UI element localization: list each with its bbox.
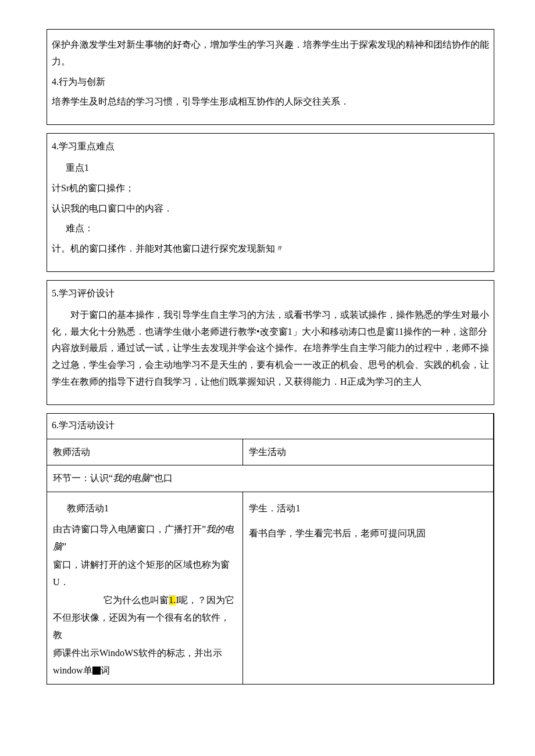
stage-row: 环节一：认识“我的电脑”也口 — [47, 465, 493, 492]
text: 词 — [101, 665, 110, 675]
text-line: 不但形状像，还因为有一个很有名的软件，教 — [53, 609, 237, 644]
column-header-student: 学生活动 — [243, 439, 493, 465]
paragraph: 对于窗口的基本操作，我引导学生自主学习的方法，或看书学习，或装试操作，操作熟悉的… — [52, 307, 489, 390]
student-activity-label: 学生．活动1 — [249, 500, 487, 517]
paragraph: 认识我的电口窗口中的内容． — [52, 200, 489, 217]
stage-title: 环节一：认识“我的电脑”也口 — [47, 465, 493, 492]
subheading: 4.行为与创新 — [52, 74, 489, 91]
column-header-teacher: 教师活动 — [47, 439, 243, 465]
text-line: 它为什么也叫窗1.I呢，？因为它 — [53, 592, 237, 609]
section-evaluation-design: 5.学习评价设计 对于窗口的基本操作，我引导学生自主学习的方法，或看书学习，或装… — [47, 280, 494, 405]
text: ” — [62, 542, 66, 551]
text: 由古诗窗口导入电陋窗口，广播打开” — [53, 524, 206, 534]
section-behavior-innovation: 保护弁激发学生对新生事物的好奇心，增加学生的学习兴趣．培养学生出于探索发现的精神… — [47, 29, 494, 125]
section-key-difficult-points: 4.学习重点难点 重点1 计Sr机的窗口操作； 认识我的电口窗口中的内容． 难点… — [47, 133, 494, 272]
text-line: window单词 — [53, 662, 237, 679]
text: 环节一：认识“ — [53, 473, 113, 483]
section-heading: 5.学习评价设计 — [52, 285, 489, 302]
section-heading: 6.学习活动设计 — [47, 414, 493, 439]
text: window单 — [53, 665, 92, 675]
text-line: 由古诗窗口导入电陋窗口，广播打开”我的电脑” — [53, 521, 237, 556]
section-heading: 4.学习重点难点 — [52, 138, 489, 155]
text-line: 窗口，讲解打开的这个矩形的区域也称为窗U． — [53, 556, 237, 592]
text: 它为什么也叫窗 — [104, 595, 169, 605]
label-key-point: 重点1 — [52, 160, 489, 177]
section-activity-design: 6.学习活动设计 教师活动 学生活动 环节一：认识“我的电脑”也口 教师活动1 … — [47, 413, 494, 685]
text: I呢，？因为它 — [176, 595, 234, 605]
student-activity-body: 看书自学，学生看完书后，老师可提问巩固 — [249, 525, 487, 542]
paragraph: 计。机的窗口揉作．并能对其他窗口进行探究发现新知〃 — [52, 241, 489, 257]
label-difficult-point: 难点： — [52, 220, 489, 237]
highlight-text: 1. — [169, 595, 176, 605]
teacher-activity-body: 由古诗窗口导入电陋窗口，广播打开”我的电脑” 窗口，讲解打开的这个矩形的区域也称… — [53, 521, 237, 680]
text-line: 师课件出示WindoWS软件的标志，并出示 — [53, 644, 237, 662]
table-row: 教师活动1 由古诗窗口导入电陋窗口，广播打开”我的电脑” 窗口，讲解打开的这个矩… — [47, 492, 493, 684]
student-activity-cell: 学生．活动1 看书自学，学生看完书后，老师可提问巩固 — [243, 492, 493, 684]
table-header-row: 教师活动 学生活动 — [47, 439, 493, 466]
teacher-activity-label: 教师活动1 — [53, 500, 237, 517]
paragraph: 计Sr机的窗口操作； — [52, 180, 489, 197]
document-page: 保护弁激发学生对新生事物的好奇心，增加学生的学习兴趣．培养学生出于探索发现的精神… — [0, 0, 535, 756]
text-italic: 我的电脑 — [113, 473, 150, 483]
black-square-icon — [92, 667, 101, 675]
text: ”也口 — [150, 473, 173, 483]
teacher-activity-cell: 教师活动1 由古诗窗口导入电陋窗口，广播打开”我的电脑” 窗口，讲解打开的这个矩… — [47, 492, 243, 684]
paragraph: 保护弁激发学生对新生事物的好奇心，增加学生的学习兴趣．培养学生出于探索发现的精神… — [52, 37, 489, 70]
paragraph: 培养学生及时总结的学习习惯，引导学生形成相互协作的人际交往关系． — [52, 94, 489, 110]
